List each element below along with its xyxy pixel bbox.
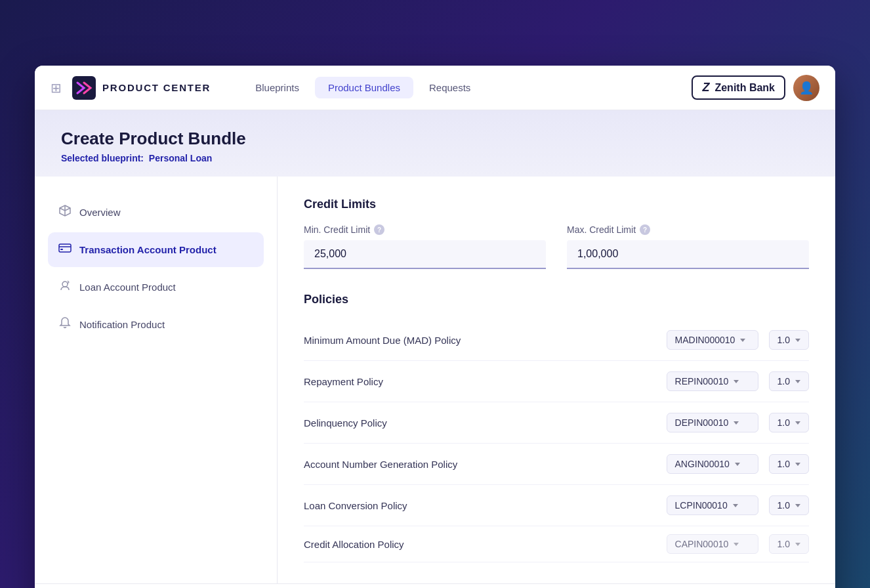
policy-name-credit-allocation: Credit Allocation Policy [304,539,667,550]
chevron-down-icon [795,504,800,507]
chevron-down-icon [740,339,745,342]
policy-version-repayment[interactable]: 1.0 [769,371,809,391]
nav-right: Z Zenith Bank 👤 [692,75,819,101]
sidebar-item-overview[interactable]: Overview [48,195,264,230]
chevron-down-icon [735,463,740,466]
policy-code-repayment[interactable]: REPIN00010 [667,371,758,391]
chevron-down-icon [734,421,739,425]
app-window: ⊞ PRODUCT CENTER Blueprints Product Bund… [35,66,835,588]
chevron-down-icon [733,504,738,507]
footer-bar: Submit for Approval 💾 Save as Draft [35,583,835,588]
max-credit-input[interactable] [567,240,809,269]
policy-code-account-gen[interactable]: ANGIN00010 [667,454,758,474]
bank-name-label: Zenith Bank [715,82,775,94]
policy-version-mad[interactable]: 1.0 [769,330,809,350]
svg-rect-1 [59,244,71,252]
nav-link-product-bundles[interactable]: Product Bundles [315,77,413,98]
subtitle-value: Personal Loan [149,153,212,163]
content-area: Credit Limits Min. Credit Limit ? Max. C… [278,177,835,583]
min-credit-input[interactable] [304,240,546,269]
bank-name-block: Z Zenith Bank [692,75,785,100]
policy-code-mad[interactable]: MADIN000010 [667,330,758,350]
cube-icon [58,204,72,220]
policy-version-loan-conversion[interactable]: 1.0 [769,495,809,515]
policy-name-repayment: Repayment Policy [304,376,667,387]
credit-limits-row: Min. Credit Limit ? Max. Credit Limit ? [304,224,809,269]
sidebar-label-loan: Loan Account Product [79,282,176,293]
loan-icon [58,279,72,295]
nav-links: Blueprints Product Bundles Requests [242,77,692,98]
brand-name: PRODUCT CENTER [102,82,211,93]
max-credit-field: Max. Credit Limit ? [567,224,809,269]
sidebar-item-transaction[interactable]: Transaction Account Product [48,232,264,267]
policy-row-mad: Minimum Amount Due (MAD) Policy MADIN000… [304,320,809,361]
policy-name-loan-conversion: Loan Conversion Policy [304,500,667,511]
policy-row-repayment: Repayment Policy REPIN00010 1.0 [304,361,809,402]
svg-rect-2 [60,249,63,250]
sidebar-item-notification[interactable]: Notification Product [48,307,264,342]
brand-logo-icon [72,76,96,100]
policy-version-delinquency[interactable]: 1.0 [769,413,809,432]
sidebar-label-overview: Overview [79,207,121,218]
min-credit-help-icon[interactable]: ? [374,224,384,235]
main-content: Overview Transaction Account Product [35,177,835,583]
nav-link-requests[interactable]: Requests [416,77,484,98]
policy-row-delinquency: Delinquency Policy DEPIN00010 1.0 [304,402,809,444]
sidebar-item-loan[interactable]: Loan Account Product [48,270,264,304]
chevron-down-icon [795,380,800,383]
brand: PRODUCT CENTER [72,76,211,100]
max-credit-help-icon[interactable]: ? [640,224,650,235]
chevron-down-icon [734,380,739,383]
min-credit-field: Min. Credit Limit ? [304,224,546,269]
bell-icon [58,316,72,333]
nav-link-blueprints[interactable]: Blueprints [242,77,312,98]
policy-row-account-gen: Account Number Generation Policy ANGIN00… [304,444,809,485]
policies-title: Policies [304,293,809,306]
policy-version-account-gen[interactable]: 1.0 [769,454,809,474]
max-credit-label: Max. Credit Limit ? [567,224,809,235]
subtitle-prefix: Selected blueprint: [61,153,144,163]
policy-version-credit-allocation[interactable]: 1.0 [769,534,809,554]
bank-logo-z-icon: Z [702,81,709,94]
card-icon [58,242,72,258]
sidebar-label-notification: Notification Product [79,319,165,330]
chevron-down-icon [795,421,800,425]
policies-list: Minimum Amount Due (MAD) Policy MADIN000… [304,320,809,562]
chevron-down-icon [734,543,739,546]
policy-name-delinquency: Delinquency Policy [304,417,667,429]
chevron-down-icon [795,339,800,342]
chevron-down-icon [795,543,800,546]
policy-code-credit-allocation[interactable]: CAPIN00010 [667,534,758,554]
svg-point-3 [62,282,68,287]
page-header: Create Product Bundle Selected blueprint… [35,110,835,177]
policy-row-loan-conversion: Loan Conversion Policy LCPIN00010 1.0 [304,485,809,526]
page-title: Create Product Bundle [61,129,809,149]
policy-name-mad: Minimum Amount Due (MAD) Policy [304,335,667,346]
policy-name-account-gen: Account Number Generation Policy [304,459,667,470]
grid-icon[interactable]: ⊞ [51,80,62,96]
page-subtitle: Selected blueprint: Personal Loan [61,153,809,163]
policy-code-delinquency[interactable]: DEPIN00010 [667,413,758,432]
avatar[interactable]: 👤 [793,75,819,101]
navbar: ⊞ PRODUCT CENTER Blueprints Product Bund… [35,66,835,110]
chevron-down-icon [795,463,800,466]
policy-row-credit-allocation: Credit Allocation Policy CAPIN00010 1.0 [304,526,809,562]
sidebar: Overview Transaction Account Product [35,177,278,583]
sidebar-label-transaction: Transaction Account Product [79,244,217,255]
min-credit-label: Min. Credit Limit ? [304,224,546,235]
policy-code-loan-conversion[interactable]: LCPIN00010 [667,495,758,515]
credit-limits-title: Credit Limits [304,198,809,211]
